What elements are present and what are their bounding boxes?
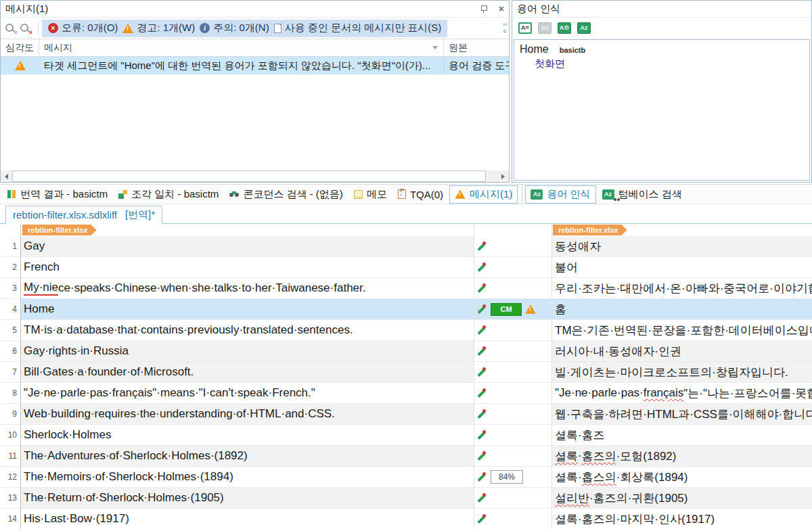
segment-row-12[interactable]: 12 The·Memoirs·of·Sherlock·Holmes·(1894)… [0, 467, 812, 488]
search-filter-icon[interactable]: × [5, 23, 16, 34]
tab-fragment-matches[interactable]: 조각 일치 - basictm [114, 186, 223, 203]
warnings-filter-button[interactable]: 경고: 1개(W) [122, 22, 195, 34]
segment-target[interactable]: 동성애자 [551, 236, 812, 256]
message-column-header[interactable]: 메시지 [39, 39, 443, 56]
segment-row-14[interactable]: 14 His·Last·Bow·(1917) 셜록·홈즈의·마지막·인사(191… [0, 509, 812, 529]
draft-pencil-icon [476, 388, 487, 399]
segment-row-7[interactable]: 7 Bill·Gates·a·founder·of·Microsoft. 빌·게… [0, 362, 812, 383]
tab-comments[interactable]: 메모 [349, 186, 392, 203]
tabstrip-divider [522, 185, 522, 204]
segment-row-11[interactable]: 11 The·Adventures·of·Sherlock·Holmes·(18… [0, 446, 812, 467]
segment-status [474, 509, 551, 529]
segment-source[interactable]: "Je·ne·parle·pas·français"·means·"I·can'… [20, 383, 474, 403]
segment-source[interactable]: The·Return·of·Sherlock·Holmes·(1905) [20, 488, 474, 508]
search-buttons: × × [5, 23, 30, 34]
errors-filter-button[interactable]: × 오류: 0개(O) [48, 22, 118, 34]
tab-concordance-search[interactable]: 콘코던스 검색 - (없음) [225, 186, 348, 203]
term-recognition-icon: Az [531, 189, 543, 200]
term-panel-titlebar: 용어 인식 [512, 1, 811, 18]
segment-source[interactable]: Home [20, 299, 474, 319]
tab-translation-results[interactable]: 번역 결과 - basictm [3, 186, 112, 203]
hitlist-settings-icon[interactable]: Az [577, 22, 591, 34]
message-row[interactable]: 타겟 세그먼트에 "Home"에 대한 번역된 용어가 포함되지 않았습니다. … [1, 57, 509, 74]
tab-label: 콘코던스 검색 - (없음) [243, 188, 343, 201]
segment-number: 13 [0, 488, 20, 508]
segment-target[interactable]: 셜록·홈즈의·마지막·인사(1917) [551, 509, 812, 529]
segment-target[interactable]: 웹·구축을·하려면·HTML과·CSS를·이해해야·합니다. [551, 404, 812, 424]
segment-target[interactable]: 셜록·홈즈 [551, 425, 812, 445]
segment-status [474, 362, 551, 382]
source-text: Gay·rights·in·Russia [24, 344, 129, 358]
target-text: ·회상록(1894) [616, 469, 688, 485]
draft-pencil-icon [476, 492, 487, 504]
segment-target[interactable]: 러시아·내·동성애자·인권 [551, 341, 812, 361]
term-entry[interactable]: Home basictb [520, 43, 804, 55]
target-text: 홈 [555, 302, 566, 317]
severity-column-header[interactable]: 심각도 [1, 39, 39, 56]
segment-row-4-selected[interactable]: 4 Home CM 홈 [0, 299, 812, 320]
tab-termbase-search[interactable]: Az 텀베이스 검색 [597, 186, 687, 203]
segment-source[interactable]: TM·is·a·database·that·contains·previousl… [20, 320, 474, 340]
segment-source[interactable]: French [20, 257, 474, 277]
document-tab[interactable]: rebtion-filter.xlsx.sdlxliff [번역]* [5, 206, 162, 224]
origin-column-header[interactable]: 원본 [443, 39, 509, 56]
segment-row-9[interactable]: 9 Web·building·requires·the·understandin… [0, 404, 812, 425]
close-icon[interactable]: × [499, 4, 504, 14]
segment-source[interactable]: Web·building·requires·the·understanding·… [20, 404, 474, 424]
segment-row-5[interactable]: 5 TM·is·a·database·that·contains·previou… [0, 320, 812, 341]
segment-target[interactable]: "Je·ne·parle·pas·français"는·"나는·프랑스어를·못합… [551, 383, 812, 403]
segment-source[interactable]: Sherlock·Holmes [20, 425, 474, 445]
segment-target[interactable]: 셜록·홈즈의·모험(1892) [551, 446, 812, 466]
segment-warning-icon[interactable] [525, 304, 535, 313]
add-new-term-icon[interactable]: Az [538, 22, 551, 34]
tab-label: 번역 결과 - basictm [20, 188, 108, 201]
warnings-filter-label: 경고: 1개(W) [137, 22, 195, 34]
pin-icon[interactable] [480, 5, 488, 14]
segment-row-1[interactable]: 1 Gay 동성애자 [0, 236, 812, 257]
segment-row-8[interactable]: 8 "Je·ne·parle·pas·français"·means·"I·ca… [0, 383, 812, 404]
scrollbar-thumb[interactable] [12, 170, 486, 182]
term-translation[interactable]: 첫화면 [535, 58, 804, 70]
scroll-left-button[interactable] [1, 170, 12, 182]
segment-target[interactable]: 홈 [551, 299, 812, 319]
messages-horizontal-scrollbar[interactable] [1, 170, 509, 182]
segment-row-3[interactable]: 3 My·niece·speaks·Chinese·when·she·talks… [0, 278, 812, 299]
messages-grid-header: 심각도 메시지 원본 [1, 39, 509, 57]
segment-source[interactable]: Gay [20, 236, 474, 256]
segment-row-13[interactable]: 13 The·Return·of·Sherlock·Holmes·(1905) … [0, 488, 812, 509]
segment-row-10[interactable]: 10 Sherlock·Holmes 셜록·홈즈 [0, 425, 812, 446]
segment-source[interactable]: Gay·rights·in·Russia [20, 341, 474, 361]
message-filter-dropdown-icon[interactable] [432, 46, 438, 49]
segment-source[interactable]: His·Last·Bow·(1917) [20, 509, 474, 529]
fuzzy-match-badge: 84% [491, 470, 523, 484]
tab-tqa[interactable]: TQA(0) [393, 187, 448, 202]
messages-panel-title: 메시지(1) [5, 3, 48, 16]
segment-target[interactable]: 설리반·홈즈의·귀환(1905) [551, 488, 812, 508]
segment-target[interactable]: 불어 [551, 257, 812, 277]
segment-number: 6 [0, 341, 20, 361]
messages-panel-titlebar: 메시지(1) × [1, 1, 509, 18]
segment-status [474, 257, 551, 277]
segment-target[interactable]: 빌·게이츠는·마이크로소프트의·창립자입니다. [551, 362, 812, 382]
fragment-matches-icon [118, 190, 127, 199]
tab-term-recognition[interactable]: Az 용어 인식 [525, 185, 595, 204]
segment-source[interactable]: My·niece·speaks·Chinese·when·she·talks·t… [20, 278, 474, 298]
view-term-details-icon[interactable]: A= [518, 22, 532, 34]
segment-source[interactable]: Bill·Gates·a·founder·of·Microsoft. [20, 362, 474, 382]
segment-source[interactable]: The·Adventures·of·Sherlock·Holmes·(1892) [20, 446, 474, 466]
segment-row-6[interactable]: 6 Gay·rights·in·Russia 러시아·내·동성애자·인권 [0, 341, 812, 362]
segment-row-2[interactable]: 2 French 불어 [0, 257, 812, 278]
tab-messages[interactable]: 메시지(1) [449, 185, 518, 204]
toolbar-overflow-button[interactable]: ››≡ [503, 18, 507, 39]
segment-source[interactable]: The·Memoirs·of·Sherlock·Holmes·(1894) [20, 467, 474, 487]
notes-filter-button[interactable]: i 주의: 0개(N) [200, 22, 269, 34]
clear-search-filter-icon[interactable]: × [20, 23, 30, 34]
segment-target[interactable]: 우리·조카는·대만에서·온·아빠와·중국어로·이야기합니다. [551, 278, 812, 298]
termbase-settings-icon[interactable]: A⚙ [558, 22, 571, 34]
active-document-filter-button[interactable]: 사용 중인 문서의 메시지만 표시(S) [274, 22, 442, 34]
target-text: 우리·조카는·대만에서·온·아빠와·중국어로·이야기합니다. [555, 281, 812, 296]
source-text: Home [24, 302, 54, 316]
segment-target[interactable]: 셜록·홉스의·회상록(1894) [551, 467, 812, 487]
scroll-right-button[interactable] [497, 170, 509, 182]
segment-target[interactable]: TM은·기존·번역된·문장을·포함한·데이터베이스입니다. [551, 320, 812, 340]
